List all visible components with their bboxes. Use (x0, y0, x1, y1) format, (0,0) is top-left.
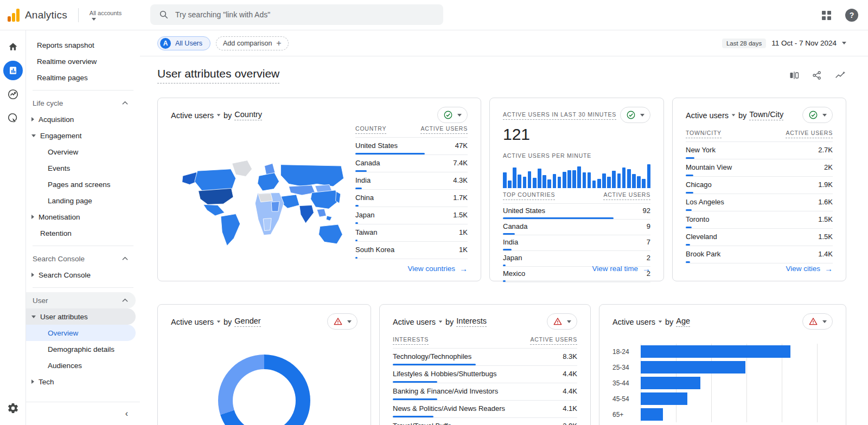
metric-label[interactable]: Active users (393, 318, 436, 326)
reports-icon[interactable] (3, 61, 23, 80)
comparison-panel-icon[interactable] (789, 70, 800, 81)
advertising-icon[interactable] (3, 108, 23, 128)
sidebar-item-tech[interactable]: Tech (26, 374, 136, 390)
minute-bar (513, 168, 516, 188)
metric-label[interactable]: Active users (171, 111, 214, 120)
row-value: 47K (455, 141, 468, 150)
dimension-label[interactable]: Gender (234, 317, 260, 327)
age-row: 18-24 (612, 344, 833, 359)
sidebar-item-realtime-overview[interactable]: Realtime overview (26, 53, 136, 69)
sidebar-item-retention[interactable]: Retention (26, 225, 136, 241)
chevron-up-icon (122, 256, 128, 261)
row-value-bar (355, 170, 367, 172)
insights-icon[interactable] (834, 70, 846, 81)
card-title[interactable]: ACTIVE USERS IN LAST 30 MINUTES (503, 107, 616, 120)
dimension-label[interactable]: Town/City (749, 110, 783, 120)
row-value-bar (393, 398, 437, 400)
warning-triangle-icon (333, 317, 343, 326)
row-label: Lifestyles & Hobbies/Shutterbugs (393, 370, 497, 378)
chevron-down-icon (31, 315, 36, 318)
row-label: India (503, 238, 518, 246)
age-row: 35-44 (612, 375, 833, 391)
account-picker[interactable]: All accounts (90, 10, 122, 21)
sidebar-item-acquisition[interactable]: Acquisition (26, 111, 136, 127)
age-bar (641, 345, 790, 358)
divider (33, 246, 133, 246)
dimension-label[interactable]: Interests (456, 317, 487, 327)
row-label: South Korea (355, 246, 394, 254)
sidebar-section-search-console[interactable]: Search Console (26, 250, 136, 267)
column-header[interactable]: ACTIVE USERS (786, 130, 833, 138)
metric-label[interactable]: Active users (612, 318, 655, 326)
row-value-bar (503, 265, 506, 266)
row-value: 2K (824, 163, 833, 171)
admin-gear-icon[interactable] (7, 402, 19, 416)
metric-label[interactable]: Active users (171, 318, 214, 326)
sidebar-item-overview[interactable]: Overview (26, 144, 136, 160)
chevron-right-icon (31, 379, 34, 384)
sidebar-item-overview[interactable]: Overview (26, 325, 136, 341)
interests-table: INTERESTS ACTIVE USERS Technology/Techno… (393, 336, 577, 425)
sidebar-item-landing-page[interactable]: Landing page (26, 192, 136, 209)
sidebar-item-user-attributes[interactable]: User attributes (26, 308, 136, 325)
map-united-states (199, 188, 233, 204)
city-table: TOWN/CITY ACTIVE USERS New York2.7KMount… (686, 130, 833, 263)
row-value-bar (686, 192, 693, 194)
add-comparison-button[interactable]: Add comparison + (216, 36, 289, 50)
dimension-label[interactable]: Age (676, 317, 690, 327)
data-quality-button[interactable] (620, 107, 650, 123)
view-cities-link[interactable]: View cities→ (786, 264, 833, 273)
data-quality-warning-button[interactable] (327, 313, 358, 330)
arrow-right-icon: → (642, 264, 650, 273)
all-users-chip[interactable]: A All Users (157, 36, 210, 50)
sidebar-item-monetisation[interactable]: Monetisation (26, 209, 136, 225)
apps-grid-icon[interactable] (822, 11, 831, 20)
minute-bar (503, 172, 507, 188)
data-quality-button[interactable] (437, 107, 468, 123)
column-header[interactable]: TOP COUNTRIES (503, 191, 555, 200)
warning-triangle-icon (808, 317, 818, 326)
card-active-users-by-interests: Active users by Interests INTERESTS (379, 304, 591, 425)
country-table: COUNTRY ACTIVE USERS United States47KCan… (355, 125, 468, 274)
sidebar-section-user[interactable]: User (26, 292, 136, 308)
dimension-label[interactable]: Country (234, 110, 262, 120)
sidebar-item-engagement[interactable]: Engagement (26, 127, 136, 144)
sidebar-item-realtime-pages[interactable]: Realtime pages (26, 69, 136, 86)
column-header[interactable]: INTERESTS (393, 336, 429, 345)
search-input[interactable]: Try searching "link with Ads" (150, 4, 443, 25)
column-header[interactable]: ACTIVE USERS (530, 336, 577, 345)
explore-icon[interactable] (3, 85, 23, 104)
sidebar-item-audiences[interactable]: Audiences (26, 357, 136, 374)
table-row: Chicago1.9K (686, 177, 833, 194)
view-real-time-link[interactable]: View real time→ (592, 264, 650, 273)
help-icon[interactable]: ? (845, 9, 858, 22)
share-icon[interactable] (812, 70, 822, 81)
sidebar-section-life-cycle[interactable]: Life cycle (26, 95, 136, 111)
row-value: 2.7K (818, 146, 833, 154)
column-header[interactable]: ACTIVE USERS (420, 125, 468, 134)
column-header[interactable]: TOWN/CITY (686, 130, 722, 138)
column-header[interactable]: ACTIVE USERS (603, 191, 650, 200)
row-value-bar (686, 157, 694, 159)
sidebar-item-reports-snapshot[interactable]: Reports snapshot (26, 37, 136, 53)
row-value: 4.3K (453, 176, 468, 184)
minute-bar (607, 177, 611, 188)
sidebar-item-search-console[interactable]: Search Console (26, 267, 136, 283)
minute-bar (523, 177, 527, 188)
metric-label[interactable]: Active users (686, 111, 729, 120)
column-header[interactable]: COUNTRY (355, 125, 386, 134)
data-quality-warning-button[interactable] (802, 313, 833, 330)
date-preset-badge: Last 28 days (722, 38, 766, 48)
age-bar (641, 377, 700, 389)
sidebar-item-pages-and-screens[interactable]: Pages and screens (26, 176, 136, 192)
row-label: United States (355, 141, 398, 150)
sidebar-item-demographic-details[interactable]: Demographic details (26, 341, 136, 357)
home-icon[interactable] (3, 37, 23, 56)
table-row: Travel/Travel Buffs3.9K (393, 418, 577, 425)
collapse-sidebar-icon[interactable]: ‹ (125, 409, 128, 418)
data-quality-button[interactable] (802, 107, 833, 123)
view-countries-link[interactable]: View countries→ (407, 264, 468, 273)
date-range-picker[interactable]: Last 28 days 11 Oct - 7 Nov 2024 (722, 38, 846, 48)
data-quality-warning-button[interactable] (547, 313, 577, 330)
sidebar-item-events[interactable]: Events (26, 160, 136, 176)
